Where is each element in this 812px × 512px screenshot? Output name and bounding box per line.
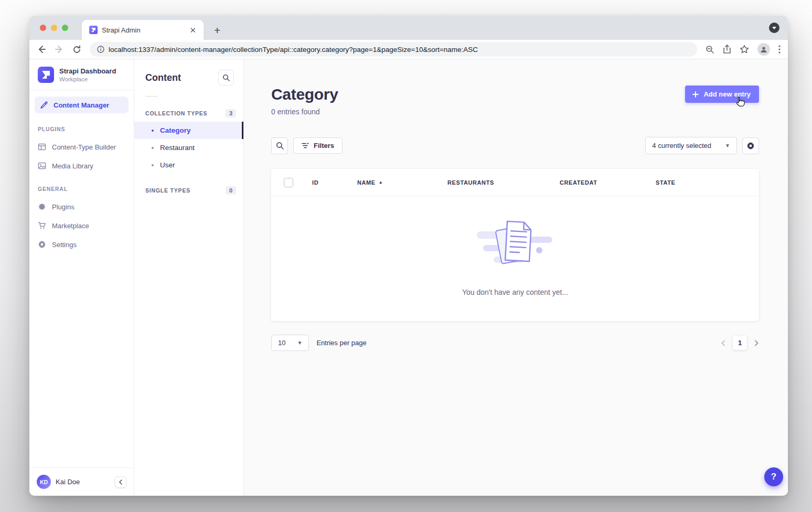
column-header-restaurants[interactable]: RESTAURANTS (447, 179, 560, 186)
sidebar-item-label: Content Manager (54, 101, 109, 109)
chevron-right-icon (754, 340, 759, 346)
table-settings-button[interactable] (742, 137, 759, 154)
bullet-icon (152, 164, 154, 166)
brand-title: Strapi Dashboard (59, 67, 116, 75)
help-button[interactable]: ? (764, 467, 783, 486)
tab-title: Strapi Admin (102, 26, 183, 34)
collection-types-count-badge: 3 (226, 109, 236, 118)
filters-button[interactable]: Filters (293, 137, 343, 154)
url-text[interactable]: localhost:1337/admin/content-manager/col… (109, 46, 478, 54)
maximize-window-button[interactable] (62, 25, 68, 31)
zoom-out-icon[interactable] (706, 45, 714, 54)
sidebar-item-label: Marketplace (52, 222, 89, 230)
gear-icon (746, 142, 755, 150)
column-header-createdat[interactable]: CREATEDAT (560, 179, 656, 186)
strapi-logo-icon (38, 67, 54, 83)
sidebar-section-general: GENERAL (29, 175, 134, 197)
pagination-bar: 10 ▼ Entries per page 1 (271, 335, 759, 351)
plus-icon (692, 91, 699, 98)
filter-icon (302, 143, 309, 148)
pen-icon (40, 101, 48, 109)
collection-type-user[interactable]: User (134, 156, 243, 174)
next-page-button[interactable] (754, 340, 759, 346)
browser-tab[interactable]: Strapi Admin ✕ (82, 20, 204, 40)
chevron-left-icon (119, 479, 123, 485)
brand-header[interactable]: Strapi Dashboard Workplace (29, 59, 134, 90)
collection-types-label: COLLECTION TYPES (145, 110, 207, 116)
chevron-left-icon (721, 340, 725, 346)
share-icon[interactable] (723, 45, 731, 54)
column-header-name[interactable]: NAME▲ (357, 179, 447, 186)
browser-window: Strapi Admin ✕ + localhost:1337/admin/co… (29, 16, 788, 496)
puzzle-icon (38, 202, 46, 211)
chevron-down-icon: ▼ (725, 143, 730, 148)
search-icon (276, 142, 284, 150)
sidebar-item-settings[interactable]: Settings (29, 235, 134, 254)
page-size-select[interactable]: 10 ▼ (271, 335, 309, 351)
record-indicator-icon[interactable] (769, 23, 779, 33)
user-footer[interactable]: KD Kai Doe (29, 467, 134, 496)
sidebar-item-content-type-builder[interactable]: Content-Type Builder (29, 137, 134, 156)
collection-type-label: Category (160, 126, 191, 134)
content-search-button[interactable] (218, 70, 234, 86)
table-search-button[interactable] (271, 137, 288, 154)
sidebar-item-label: Content-Type Builder (52, 143, 116, 151)
bookmark-star-icon[interactable] (740, 45, 749, 54)
forward-icon[interactable] (55, 45, 64, 54)
strapi-favicon (89, 26, 98, 34)
previous-page-button[interactable] (721, 340, 725, 346)
content-sub-sidebar: Content COLLECTION TYPES 3 Category Rest… (134, 59, 244, 496)
tab-strip: Strapi Admin ✕ + (29, 16, 788, 40)
sort-asc-icon: ▲ (379, 180, 383, 185)
empty-documents-illustration (476, 216, 554, 270)
page-size-value: 10 (278, 339, 285, 347)
layout-icon (38, 143, 46, 151)
sidebar-item-media-library[interactable]: Media Library (29, 156, 134, 175)
sidebar-section-plugins: PLUGINS (29, 115, 134, 137)
sidebar-item-marketplace[interactable]: Marketplace (29, 216, 134, 235)
gear-icon (38, 240, 46, 249)
user-name: Kai Doe (56, 478, 80, 486)
main-sidebar: Strapi Dashboard Workplace Content Manag… (29, 59, 134, 496)
brand-subtitle: Workplace (59, 76, 116, 82)
entries-per-page-label: Entries per page (316, 339, 366, 347)
chevron-down-icon: ▼ (297, 340, 302, 346)
select-all-checkbox[interactable] (284, 178, 293, 187)
page-title: Category (271, 86, 338, 103)
sidebar-item-label: Media Library (52, 162, 93, 170)
search-icon (222, 74, 230, 81)
columns-select[interactable]: 4 currently selected ▼ (645, 137, 737, 154)
sidebar-item-plugins[interactable]: Plugins (29, 197, 134, 216)
collection-type-label: Restaurant (160, 144, 195, 152)
minimize-window-button[interactable] (51, 25, 57, 31)
collection-type-category[interactable]: Category (134, 122, 243, 139)
collection-type-restaurant[interactable]: Restaurant (134, 139, 243, 156)
content-nav-title: Content (145, 72, 181, 83)
avatar: KD (37, 475, 51, 489)
sidebar-item-label: Plugins (52, 203, 74, 211)
add-new-entry-button[interactable]: Add new entry (685, 86, 759, 103)
reload-icon[interactable] (72, 45, 81, 54)
empty-state: You don't have any content yet... (271, 196, 759, 321)
sidebar-item-content-manager[interactable]: Content Manager (35, 97, 129, 113)
single-types-label: SINGLE TYPES (145, 187, 190, 194)
divider (29, 90, 134, 90)
single-types-count-badge: 0 (226, 186, 236, 195)
url-bar[interactable]: localhost:1337/admin/content-manager/col… (90, 42, 697, 57)
window-controls (40, 25, 68, 31)
column-header-state[interactable]: STATE (656, 179, 746, 186)
close-window-button[interactable] (40, 25, 46, 31)
new-tab-button[interactable]: + (211, 24, 223, 40)
collapse-sidebar-button[interactable] (115, 476, 126, 488)
browser-menu-icon[interactable] (778, 45, 781, 54)
back-icon[interactable] (37, 45, 46, 54)
column-header-id[interactable]: ID (312, 179, 357, 186)
site-info-icon[interactable] (97, 46, 104, 53)
browser-profile-icon[interactable] (757, 43, 770, 56)
page-number-button[interactable]: 1 (733, 336, 747, 350)
bullet-icon (152, 130, 154, 132)
close-tab-icon[interactable]: ✕ (187, 25, 198, 35)
app-root: Strapi Dashboard Workplace Content Manag… (29, 59, 788, 496)
empty-state-text: You don't have any content yet... (462, 288, 568, 296)
image-icon (38, 162, 46, 170)
